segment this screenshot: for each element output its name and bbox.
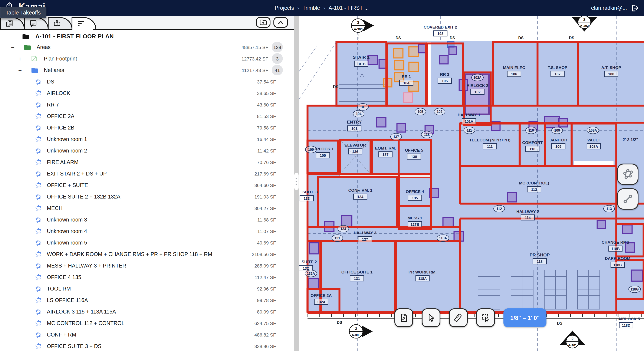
item-area-value: 38.65 SF — [257, 90, 276, 96]
breadcrumb-projects[interactable]: Projects — [275, 5, 294, 11]
svg-text:OFFICE SUITE 1: OFFICE SUITE 1 — [342, 270, 373, 274]
tree-group-plan-footprint[interactable]: + Plan Footprint 12773.42 SF 3 — [0, 53, 294, 64]
sort-lines-icon — [77, 20, 85, 27]
list-item[interactable]: OFFICE SUITE 3 + DS 338.96 SF — [0, 340, 294, 351]
svg-text:JANITOR: JANITOR — [550, 138, 567, 142]
collapse-toggle[interactable]: − — [16, 67, 24, 74]
marquee-select-button[interactable] — [476, 308, 495, 327]
list-item[interactable]: CONF + RM 486.82 SF — [0, 329, 294, 340]
svg-text:108A: 108A — [590, 144, 598, 149]
svg-text:103: 103 — [438, 32, 444, 36]
list-item[interactable]: AIRLOCK 3 115 + 113A 115A 80.09 SF — [0, 306, 294, 317]
list-item[interactable]: MESS + HALLWAY 3 + PRINTER 285.09 SF — [0, 260, 294, 271]
group-area-value: 12773.42 SF — [242, 56, 268, 61]
logout-icon[interactable] — [630, 4, 639, 12]
item-name: Unknown room 4 — [47, 228, 87, 234]
list-item[interactable]: MECH 304.27 SF — [0, 202, 294, 214]
svg-text:DS: DS — [333, 85, 338, 89]
polygon-takeoff-tool-button[interactable] — [617, 164, 638, 185]
list-item[interactable]: OFFICE 2A 81.53 SF — [0, 110, 294, 122]
tree-group-net-area[interactable]: − Net area 11217.43 SF 41 — [0, 64, 294, 76]
svg-text:104: 104 — [403, 81, 410, 85]
list-item[interactable]: Unknown room 2 11.42 SF — [0, 145, 294, 156]
ruler-tool-button[interactable] — [449, 308, 468, 327]
list-item[interactable]: Unknown room 4 11.07 SF — [0, 225, 294, 237]
list-item[interactable]: OFFICE 4 135 112.47 SF — [0, 271, 294, 283]
group-area-value: 48857.15 SF — [242, 44, 268, 50]
polygon-icon — [35, 113, 42, 120]
list-item[interactable]: OFFICE SUITE 2 + 132B 132A 191.03 SF — [0, 191, 294, 202]
select-cursor-button[interactable] — [422, 308, 440, 327]
chevron-up-icon — [278, 20, 284, 24]
list-item[interactable]: TOOL RM 92.96 SF — [0, 283, 294, 294]
svg-text:132A: 132A — [307, 272, 315, 276]
polygon-icon — [35, 205, 42, 212]
breadcrumb-current-plan[interactable]: A-101 - FIRST ... — [328, 5, 369, 11]
item-name: OFFICE + SUITE — [47, 182, 88, 188]
marquee-select-icon — [481, 313, 490, 322]
scale-setting-button[interactable]: 1/8" = 1' 0" — [504, 308, 546, 327]
line-measure-tool-button[interactable] — [617, 188, 638, 210]
item-name: OFFICE 2A — [47, 113, 74, 119]
list-item[interactable]: Unknown room 5 40.69 SF — [0, 237, 294, 248]
user-email[interactable]: elan.radkin@... — [591, 5, 627, 11]
svg-text:DS: DS — [518, 36, 524, 40]
svg-text:108A: 108A — [589, 129, 597, 132]
svg-text:109: 109 — [554, 129, 560, 132]
collapse-toggle[interactable]: − — [9, 44, 16, 50]
resize-drag-handle[interactable] — [294, 173, 298, 190]
svg-text:137: 137 — [393, 135, 399, 139]
list-item[interactable]: Unknown room 1 16.44 SF — [0, 133, 294, 145]
item-name: EXIT STAIR 2 + DS + UP — [47, 170, 107, 176]
item-area-value: 99.78 SF — [257, 298, 276, 303]
export-pdf-button[interactable] — [394, 308, 413, 327]
item-name: Unknown room 1 — [47, 136, 87, 142]
collapse-panel-button[interactable] — [274, 17, 288, 28]
item-area-value: 70.76 SF — [257, 160, 276, 165]
breadcrumb-trimble[interactable]: Trimble — [302, 5, 320, 11]
tab-takeoff-list[interactable] — [72, 17, 96, 29]
tab-plans[interactable] — [48, 17, 72, 29]
list-item[interactable]: FIRE ALARM 70.76 SF — [0, 156, 294, 168]
svg-text:102A: 102A — [474, 76, 482, 80]
tab-estimate[interactable] — [0, 17, 25, 29]
calculator-copy-icon — [5, 19, 14, 28]
list-item[interactable]: RR 7 43.60 SF — [0, 99, 294, 110]
list-item[interactable]: MC CONTROL 112 + CONTROL 624.75 SF — [0, 317, 294, 329]
item-name: CONF + RM — [47, 332, 76, 338]
plan-title-row[interactable]: A-101 - FIRST FLOOR PLAN — [0, 30, 294, 41]
list-item[interactable]: LS OFFICE 116A 99.78 SF — [0, 294, 294, 306]
item-name: MC CONTROL 112 + CONTROL — [47, 320, 124, 326]
svg-text:114: 114 — [525, 216, 531, 220]
svg-text:2: 2 — [583, 18, 586, 22]
list-item[interactable]: DS 37.54 SF — [0, 76, 294, 87]
svg-text:131: 131 — [354, 277, 360, 281]
list-item[interactable]: OFFICE 2B 79.58 SF — [0, 122, 294, 133]
list-item[interactable]: Unknown room 3 11.68 SF — [0, 214, 294, 225]
tab-comments[interactable] — [24, 17, 48, 29]
item-name: Unknown room 3 — [47, 216, 87, 222]
user-account-area: elan.radkin@... — [591, 0, 639, 16]
polygon-icon — [35, 297, 42, 304]
polygon-icon — [35, 147, 42, 154]
svg-text:101B: 101B — [357, 62, 366, 66]
polygon-icon — [35, 308, 42, 315]
svg-text:HALLWAY 2: HALLWAY 2 — [516, 209, 539, 214]
list-item[interactable]: WORK + DARK ROOM + CHANGE RMS + PR + PR … — [0, 248, 294, 260]
svg-text:105: 105 — [442, 79, 448, 83]
panel-resize-gutter[interactable] — [294, 16, 299, 351]
list-item[interactable]: OFFICE + SUITE 364.60 SF — [0, 179, 294, 191]
item-name: OFFICE SUITE 3 + DS — [47, 343, 101, 349]
svg-text:127: 127 — [362, 238, 368, 242]
svg-text:MC (CONTROL): MC (CONTROL) — [519, 181, 549, 185]
add-folder-button[interactable] — [256, 17, 270, 28]
tree-group-areas[interactable]: − Areas 48857.15 SF 129 — [0, 41, 294, 53]
polygon-icon — [35, 193, 42, 200]
svg-text:SUITE 3: SUITE 3 — [302, 190, 318, 194]
item-area-value: 11.68 SF — [257, 217, 276, 222]
plan-canvas[interactable]: DS DS DS DS DS DS DS DS STAIR 1101B RR 1… — [299, 16, 644, 351]
expand-toggle[interactable]: + — [16, 55, 24, 62]
list-item[interactable]: AIRLOCK 38.65 SF — [0, 87, 294, 99]
list-item[interactable]: EXIT STAIR 2 + DS + UP 217.69 SF — [0, 168, 294, 179]
group-label: Areas — [37, 44, 50, 50]
